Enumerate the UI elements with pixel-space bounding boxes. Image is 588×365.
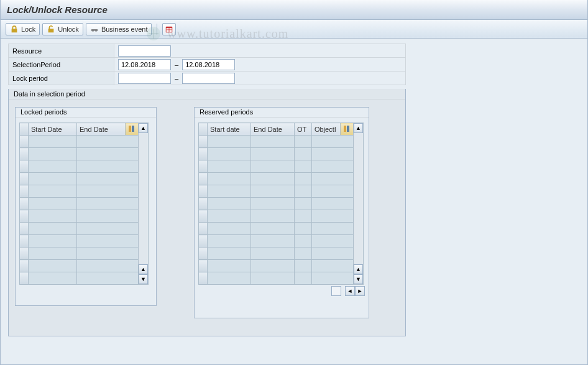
- table-row[interactable]: [20, 173, 139, 185]
- row-header[interactable]: [199, 160, 208, 173]
- reserved-ot-cell[interactable]: [295, 160, 312, 173]
- reserved-ot-cell[interactable]: [295, 198, 312, 210]
- reserved-end-cell[interactable]: [251, 260, 295, 272]
- reserved-start-cell[interactable]: [208, 235, 251, 247]
- reserved-ot-cell[interactable]: [295, 223, 312, 235]
- table-row[interactable]: [199, 185, 354, 198]
- reserved-end-cell[interactable]: [251, 210, 295, 223]
- reserved-obj-cell[interactable]: [312, 173, 354, 185]
- locked-end-cell[interactable]: [77, 136, 139, 148]
- reserved-obj-cell[interactable]: [312, 210, 354, 223]
- scroll-up2-icon[interactable]: ▲: [139, 264, 148, 274]
- table-row[interactable]: [199, 223, 354, 235]
- row-header[interactable]: [20, 247, 29, 260]
- table-row[interactable]: [20, 260, 139, 272]
- locked-start-cell[interactable]: [29, 260, 77, 272]
- selection-period-to[interactable]: [182, 59, 235, 70]
- locked-start-cell[interactable]: [29, 272, 77, 285]
- locked-col-end[interactable]: End Date: [77, 123, 126, 136]
- row-header[interactable]: [199, 173, 208, 185]
- locked-start-cell[interactable]: [29, 185, 77, 198]
- row-header[interactable]: [199, 272, 208, 285]
- locked-end-cell[interactable]: [77, 148, 139, 160]
- reserved-end-cell[interactable]: [251, 235, 295, 247]
- reserved-ot-cell[interactable]: [295, 185, 312, 198]
- locked-start-cell[interactable]: [29, 198, 77, 210]
- selection-period-from[interactable]: [118, 59, 171, 70]
- scroll-track[interactable]: [139, 133, 148, 264]
- locked-end-cell[interactable]: [77, 223, 139, 235]
- row-header[interactable]: [20, 160, 29, 173]
- scroll-up2-icon[interactable]: ▲: [354, 264, 363, 274]
- locked-end-cell[interactable]: [77, 160, 139, 173]
- locked-corner[interactable]: [20, 123, 29, 136]
- locked-start-cell[interactable]: [29, 148, 77, 160]
- row-header[interactable]: [20, 272, 29, 285]
- row-header[interactable]: [20, 235, 29, 247]
- business-event-button[interactable]: Business event: [86, 23, 152, 35]
- table-row[interactable]: [20, 136, 139, 148]
- table-row[interactable]: [199, 235, 354, 247]
- reserved-ot-cell[interactable]: [295, 260, 312, 272]
- table-config-icon[interactable]: [341, 123, 354, 136]
- reserved-start-cell[interactable]: [208, 160, 251, 173]
- table-row[interactable]: [199, 136, 354, 148]
- row-header[interactable]: [199, 148, 208, 160]
- scroll-down-icon[interactable]: ▼: [139, 274, 148, 284]
- table-row[interactable]: [199, 148, 354, 160]
- reserved-col-start[interactable]: Start date: [208, 123, 251, 136]
- reserved-col-ot[interactable]: OT: [295, 123, 312, 136]
- table-row[interactable]: [20, 148, 139, 160]
- row-header[interactable]: [199, 235, 208, 247]
- reserved-ot-cell[interactable]: [295, 148, 312, 160]
- row-header[interactable]: [20, 185, 29, 198]
- locked-end-cell[interactable]: [77, 210, 139, 223]
- table-row[interactable]: [199, 272, 354, 285]
- reserved-end-cell[interactable]: [251, 198, 295, 210]
- reserved-start-cell[interactable]: [208, 272, 251, 285]
- row-header[interactable]: [20, 260, 29, 272]
- reserved-obj-cell[interactable]: [312, 160, 354, 173]
- reserved-start-cell[interactable]: [208, 136, 251, 148]
- lock-button[interactable]: Lock: [6, 23, 40, 35]
- row-header[interactable]: [199, 223, 208, 235]
- row-header[interactable]: [20, 198, 29, 210]
- reserved-obj-cell[interactable]: [312, 148, 354, 160]
- lock-period-from[interactable]: [118, 73, 171, 84]
- reserved-corner[interactable]: [199, 123, 208, 136]
- lock-period-to[interactable]: [182, 73, 235, 84]
- locked-vscroll[interactable]: ▲ ▲ ▼: [139, 122, 149, 285]
- locked-end-cell[interactable]: [77, 272, 139, 285]
- reserved-ot-cell[interactable]: [295, 173, 312, 185]
- reserved-end-cell[interactable]: [251, 247, 295, 260]
- locked-start-cell[interactable]: [29, 247, 77, 260]
- row-header[interactable]: [20, 173, 29, 185]
- reserved-start-cell[interactable]: [208, 185, 251, 198]
- toolbar-extra-button[interactable]: [162, 23, 176, 35]
- reserved-ot-cell[interactable]: [295, 235, 312, 247]
- row-header[interactable]: [199, 260, 208, 272]
- locked-start-cell[interactable]: [29, 136, 77, 148]
- row-header[interactable]: [20, 210, 29, 223]
- row-header[interactable]: [20, 223, 29, 235]
- locked-end-cell[interactable]: [77, 247, 139, 260]
- reserved-obj-cell[interactable]: [312, 198, 354, 210]
- reserved-ot-cell[interactable]: [295, 272, 312, 285]
- table-row[interactable]: [20, 272, 139, 285]
- reserved-ot-cell[interactable]: [295, 210, 312, 223]
- resource-input[interactable]: [118, 45, 171, 57]
- table-row[interactable]: [199, 160, 354, 173]
- reserved-end-cell[interactable]: [251, 136, 295, 148]
- row-header[interactable]: [199, 136, 208, 148]
- locked-start-cell[interactable]: [29, 235, 77, 247]
- scroll-up-icon[interactable]: ▲: [354, 123, 363, 133]
- reserved-end-cell[interactable]: [251, 185, 295, 198]
- row-header[interactable]: [199, 185, 208, 198]
- locked-start-cell[interactable]: [29, 223, 77, 235]
- row-header[interactable]: [20, 136, 29, 148]
- table-row[interactable]: [199, 210, 354, 223]
- table-row[interactable]: [20, 210, 139, 223]
- reserved-obj-cell[interactable]: [312, 247, 354, 260]
- table-row[interactable]: [20, 198, 139, 210]
- reserved-obj-cell[interactable]: [312, 185, 354, 198]
